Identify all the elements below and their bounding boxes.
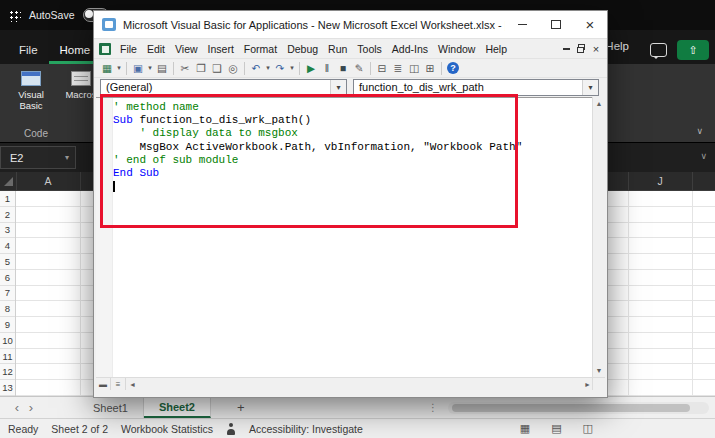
column-header-j[interactable]: J (657, 175, 662, 187)
row-header-13[interactable]: 13 (0, 380, 15, 396)
menu-item-edit[interactable]: Edit (142, 43, 170, 55)
code-line[interactable]: ' display data to msgbox (113, 127, 594, 140)
column-header-a[interactable]: A (44, 175, 51, 187)
object-combo-caret-icon[interactable] (330, 80, 346, 95)
sheet-nav-right-icon[interactable] (24, 400, 38, 415)
close-button[interactable] (573, 11, 607, 38)
menu-item-debug[interactable]: Debug (282, 43, 323, 55)
child-minimize-button[interactable] (559, 42, 573, 55)
add-sheet-button[interactable]: + (237, 400, 245, 415)
scroll-left-icon[interactable] (126, 381, 139, 388)
expand-formula-bar-icon[interactable] (700, 151, 707, 161)
row-header-10[interactable]: 10 (0, 333, 15, 349)
code-cursor-line[interactable] (113, 180, 594, 193)
maximize-button[interactable] (539, 11, 573, 38)
grid-horizontal-scrollbar[interactable] (448, 402, 709, 414)
menu-item-view[interactable]: View (170, 43, 203, 55)
insert-userform-icon[interactable]: ▣ (130, 61, 146, 76)
row-header-1[interactable]: 1 (0, 191, 15, 207)
code-line[interactable]: End Sub (113, 167, 594, 180)
visual-basic-button[interactable]: Visual Basic (10, 71, 52, 111)
row-header-2[interactable]: 2 (0, 207, 15, 223)
object-browser-icon[interactable]: ◫ (406, 61, 422, 76)
child-close-button[interactable] (589, 42, 603, 55)
code-line[interactable]: MsgBox ActiveWorkbook.Path, vbInformatio… (113, 141, 594, 154)
gridline (628, 191, 629, 396)
share-button[interactable] (677, 40, 709, 60)
paste-icon[interactable]: ❑ (209, 61, 225, 76)
page-break-preview-icon[interactable]: ◫ (583, 422, 593, 435)
menu-item-format[interactable]: Format (239, 43, 282, 55)
workbook-statistics-button[interactable]: Workbook Statistics (121, 423, 213, 435)
view-excel-caret[interactable]: ▾ (115, 64, 123, 72)
code-editor[interactable]: ' method nameSub function_to_dis_wrk_pat… (96, 97, 594, 377)
procedure-combo-caret-icon[interactable] (582, 80, 598, 95)
comments-icon[interactable] (650, 43, 667, 57)
code-line[interactable]: ' end of sub module (113, 154, 594, 167)
vba-titlebar[interactable]: Microsoft Visual Basic for Applications … (94, 11, 607, 39)
child-restore-button[interactable] (574, 42, 588, 55)
redo-caret[interactable]: ▾ (288, 64, 296, 72)
code-line[interactable]: Sub function_to_dis_wrk_path() (113, 114, 594, 127)
help-icon[interactable]: ? (447, 62, 459, 74)
row-header-8[interactable]: 8 (0, 301, 15, 317)
design-mode-icon[interactable]: ✎ (351, 61, 367, 76)
properties-window-icon[interactable]: ≣ (390, 61, 406, 76)
undo-icon[interactable]: ↶ (248, 61, 264, 76)
code-line[interactable]: ' method name (113, 101, 594, 114)
menu-item-insert[interactable]: Insert (203, 43, 239, 55)
row-header-12[interactable]: 12 (0, 364, 15, 380)
menu-item-window[interactable]: Window (433, 43, 480, 55)
redo-icon[interactable]: ↷ (272, 61, 288, 76)
procedure-combo[interactable]: function_to_dis_wrk_path (353, 79, 599, 96)
row-header-7[interactable]: 7 (0, 286, 15, 302)
name-box[interactable]: E2 (0, 146, 76, 169)
page-layout-view-icon[interactable]: ▤ (551, 422, 561, 435)
minimize-button[interactable] (505, 11, 539, 38)
procedure-view-button[interactable] (96, 378, 111, 390)
scroll-up-icon[interactable] (593, 97, 605, 110)
row-header-3[interactable]: 3 (0, 223, 15, 239)
sheet-nav-left-icon[interactable] (10, 400, 24, 415)
reset-icon[interactable]: ■ (335, 61, 351, 76)
tab-splitter-icon[interactable] (428, 402, 438, 413)
collapse-ribbon-icon[interactable] (696, 126, 703, 136)
copy-icon[interactable]: ❐ (193, 61, 209, 76)
code-horizontal-scrollbar[interactable] (96, 377, 594, 390)
name-box-caret-icon[interactable] (65, 153, 69, 162)
scrollbar-thumb[interactable] (452, 404, 690, 412)
view-excel-icon[interactable]: ▦ (99, 61, 115, 76)
full-module-view-button[interactable] (111, 378, 126, 390)
menu-item-help[interactable]: Help (480, 43, 512, 55)
toolbox-icon[interactable]: ⊞ (422, 61, 438, 76)
row-header-5[interactable]: 5 (0, 254, 15, 270)
normal-view-icon[interactable]: ▦ (520, 422, 530, 435)
status-bar: Ready Sheet 2 of 2 Workbook Statistics A… (0, 418, 715, 438)
object-combo[interactable]: (General) (100, 79, 347, 96)
save-icon[interactable]: ▤ (154, 61, 170, 76)
row-header-11[interactable]: 11 (0, 349, 15, 365)
insert-userform-caret[interactable]: ▾ (146, 64, 154, 72)
row-header-4[interactable]: 4 (0, 238, 15, 254)
ribbon-tab-file[interactable]: File (8, 44, 49, 64)
menu-item-file[interactable]: File (115, 43, 142, 55)
menu-item-tools[interactable]: Tools (352, 43, 387, 55)
project-explorer-icon[interactable]: ⊟ (374, 61, 390, 76)
row-header-6[interactable]: 6 (0, 270, 15, 286)
ribbon-tab-list: FileHome (0, 44, 101, 64)
undo-caret[interactable]: ▾ (264, 64, 272, 72)
run-icon[interactable]: ▶ (303, 61, 319, 76)
scroll-down-icon[interactable] (593, 364, 605, 377)
excel-app-icon[interactable] (8, 9, 21, 22)
select-all-corner[interactable] (4, 177, 13, 186)
code-vertical-scrollbar[interactable] (592, 97, 605, 377)
break-icon[interactable]: ‖ (319, 61, 335, 76)
menu-item-addins[interactable]: Add-Ins (387, 43, 433, 55)
cut-icon[interactable]: ✂ (177, 61, 193, 76)
sheet-tab-sheet1[interactable]: Sheet1 (78, 397, 144, 418)
menu-item-run[interactable]: Run (323, 43, 352, 55)
sheet-tab-sheet2[interactable]: Sheet2 (144, 397, 211, 418)
row-header-9[interactable]: 9 (0, 317, 15, 333)
accessibility-status-button[interactable]: Accessibility: Investigate (249, 423, 363, 435)
find-icon[interactable]: ◎ (225, 61, 241, 76)
